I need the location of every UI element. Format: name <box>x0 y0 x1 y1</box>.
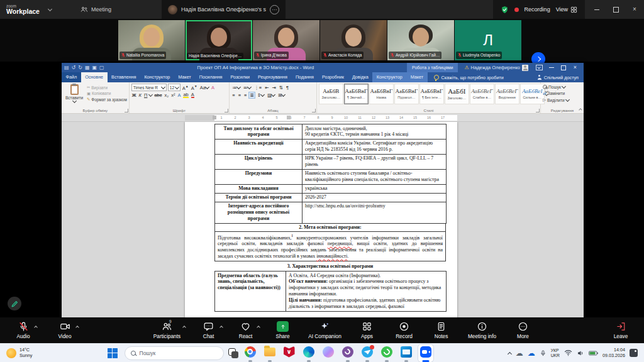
grow-font-button[interactable]: А▲ <box>182 84 189 91</box>
video-button[interactable]: Video <box>50 317 79 343</box>
font-dialog-launcher-icon[interactable] <box>225 109 228 112</box>
chat-options-chevron-icon[interactable] <box>220 321 223 332</box>
leave-button[interactable]: Leave <box>606 317 635 343</box>
shrink-font-button[interactable]: А▼ <box>191 84 198 91</box>
indent-marker-icon[interactable] <box>213 116 216 119</box>
sort-button[interactable]: ⇅ <box>278 85 284 90</box>
security-shield-icon[interactable] <box>501 6 509 14</box>
underline-button[interactable]: П <box>143 92 148 98</box>
participant-tile[interactable]: Ірина Д'якова <box>253 20 319 60</box>
ribbon-tab[interactable]: Конструктор <box>372 72 406 82</box>
bold-button[interactable]: Ж <box>131 92 137 98</box>
participant-tile[interactable]: Надія Василівна Олефіре… <box>186 20 252 60</box>
new-doc-icon[interactable]: ▢ <box>99 63 104 72</box>
viber-icon[interactable] <box>340 344 355 362</box>
notification-center-icon[interactable] <box>630 349 638 357</box>
align-left-button[interactable]: ≡ <box>231 92 236 98</box>
decrease-indent-button[interactable]: ⇤ <box>264 85 270 90</box>
table-icon[interactable]: ▦ <box>85 63 90 72</box>
strikethrough-button[interactable]: abc <box>153 92 162 98</box>
copilot-icon[interactable] <box>321 344 336 362</box>
ribbon-tab[interactable]: Розсилки <box>226 72 254 82</box>
save-icon[interactable]: ▤ <box>64 63 69 72</box>
ribbon-tab[interactable]: Посилання <box>195 72 226 82</box>
style-gallery-item[interactable]: АаБбВеГ Слабке в… <box>470 84 494 104</box>
participants-button[interactable]: 9 Participants <box>148 317 186 343</box>
ribbon-tab[interactable]: Основне <box>81 72 108 82</box>
change-case-button[interactable]: Аа <box>199 85 209 90</box>
redo-icon[interactable]: ↻ <box>78 63 82 72</box>
select-button[interactable]: ▷Виділити <box>543 97 582 104</box>
document-page[interactable]: Тип диплому та обсяг освітньої програми … <box>185 122 457 317</box>
tab-more-options-icon[interactable]: ⋯ <box>270 5 279 14</box>
align-center-button[interactable]: ≡ <box>237 92 242 98</box>
style-gallery-item[interactable]: АаБбВвГ ¶ Без інте… <box>419 84 444 104</box>
record-button[interactable]: Record <box>390 317 419 343</box>
zoom-icon[interactable] <box>418 344 433 362</box>
taskbar-clock[interactable]: 14:04 09.03.2026 <box>602 348 625 358</box>
style-gallery-item[interactable]: АаБбВеГ Виділення <box>495 84 519 104</box>
tray-overflow-chevron-icon[interactable] <box>508 348 511 359</box>
ribbon-tab[interactable]: Подання <box>291 72 318 82</box>
cloud-icon[interactable]: ☁ <box>516 349 523 357</box>
view-button[interactable]: View <box>556 6 577 13</box>
task-view-button[interactable] <box>228 348 238 358</box>
share-button[interactable]: Share <box>269 317 297 343</box>
increase-indent-button[interactable]: ⇥ <box>271 85 277 90</box>
show-marks-button[interactable]: ¶ <box>286 85 290 90</box>
justify-button[interactable]: ≣ <box>249 92 255 98</box>
chrome-icon[interactable] <box>243 344 258 362</box>
superscript-button[interactable]: x² <box>170 92 175 98</box>
whatsapp-icon[interactable] <box>379 344 394 362</box>
react-button[interactable]: React <box>231 317 260 343</box>
text-effects-icon[interactable]: А <box>177 92 181 98</box>
find-button[interactable]: Пошук <box>543 84 582 90</box>
numbering-button[interactable]: ≕ <box>242 85 252 90</box>
italic-button[interactable]: К <box>138 92 142 98</box>
participant-tile[interactable]: Nataliia Ponomarova <box>118 20 185 60</box>
format-painter-button[interactable]: ✎Формат за зразком <box>87 97 127 102</box>
ribbon-tab[interactable]: Довідка <box>348 72 372 82</box>
ribbon-tab[interactable]: Макет <box>406 72 427 82</box>
style-gallery-item[interactable]: АаБбВвГ Назва <box>369 84 394 104</box>
maximize-button[interactable] <box>606 0 625 19</box>
indent-marker-icon[interactable] <box>287 116 291 119</box>
subscript-button[interactable]: x₂ <box>164 92 170 98</box>
style-gallery-item[interactable]: АаБбВ Заголово… <box>319 84 343 104</box>
notes-button[interactable]: Notes <box>427 317 456 343</box>
font-name-select[interactable]: Times New R <box>131 84 167 91</box>
more-button[interactable]: More <box>509 317 538 343</box>
ribbon-tab[interactable]: Макет <box>174 72 195 82</box>
highlight-button[interactable]: ab <box>182 92 189 98</box>
react-options-chevron-icon[interactable] <box>257 321 260 332</box>
style-gallery-item[interactable]: АаБбІ Заголово… <box>445 84 469 104</box>
meeting-tab[interactable]: Meeting <box>80 6 111 13</box>
minimize-button[interactable] <box>587 0 606 19</box>
paragraph-dialog-launcher-icon[interactable] <box>312 109 316 112</box>
word-restore-button[interactable] <box>557 63 569 72</box>
video-options-chevron-icon[interactable] <box>76 321 79 332</box>
font-size-select[interactable]: 12 <box>168 84 180 91</box>
onedrive-icon[interactable]: ☁ <box>528 349 535 357</box>
bullets-button[interactable]: ≔ <box>231 85 242 90</box>
cut-button[interactable]: ✂Вирізати <box>87 85 127 90</box>
wifi-icon[interactable] <box>564 349 572 356</box>
participant-tile[interactable]: Л Liudmyla Ostapenko <box>455 20 521 60</box>
replace-button[interactable]: ⇄Замінити <box>543 90 582 97</box>
active-meeting-window-tab[interactable]: Надія Василівна Олефіренко's s ⋯ <box>162 0 286 19</box>
chat-button[interactable]: Chat <box>194 317 223 343</box>
font-color-button[interactable]: А <box>191 92 195 98</box>
borders-button[interactable]: ⊞ <box>277 92 286 98</box>
document-canvas[interactable]: Тип диплому та обсяг освітньої програми … <box>62 122 584 317</box>
ai-companion-button[interactable]: AI Companion <box>306 317 345 343</box>
start-button[interactable] <box>105 346 120 361</box>
participant-tile[interactable]: Андрій Юрійович Гай… <box>387 20 454 60</box>
close-button[interactable]: × <box>625 0 644 19</box>
clipboard-dialog-launcher-icon[interactable] <box>125 109 128 112</box>
ribbon-tab[interactable]: Розробник <box>318 72 348 82</box>
undo-icon[interactable]: ↺ <box>72 63 76 72</box>
mcafee-icon[interactable] <box>282 344 297 362</box>
collapse-ribbon-icon[interactable] <box>579 106 582 112</box>
volume-icon[interactable] <box>577 349 584 357</box>
align-right-button[interactable]: ≡ <box>243 92 248 98</box>
